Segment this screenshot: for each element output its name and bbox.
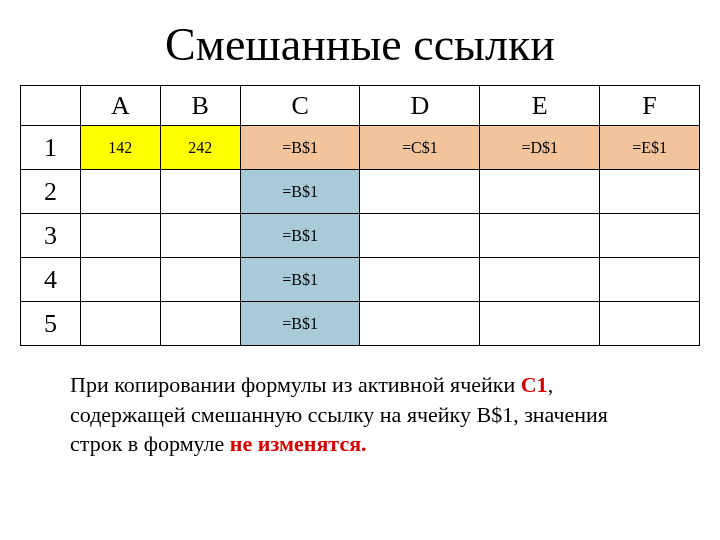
cell-e5	[480, 302, 600, 346]
caption-highlight-cell: С1	[521, 372, 548, 397]
spreadsheet-table: A B C D E F 1 142 242 =B$1 =C$1 =D$1 =E$…	[20, 85, 700, 346]
cell-d3	[360, 214, 480, 258]
cell-f3	[600, 214, 700, 258]
cell-b5	[160, 302, 240, 346]
cell-a3	[80, 214, 160, 258]
table-row: 5 =B$1	[21, 302, 700, 346]
row-label-2: 2	[21, 170, 81, 214]
table-header-row: A B C D E F	[21, 86, 700, 126]
cell-e2	[480, 170, 600, 214]
cell-a1: 142	[80, 126, 160, 170]
cell-a5	[80, 302, 160, 346]
cell-b3	[160, 214, 240, 258]
cell-a4	[80, 258, 160, 302]
cell-c1: =B$1	[240, 126, 360, 170]
cell-d2	[360, 170, 480, 214]
col-header-c: C	[240, 86, 360, 126]
cell-c2: =B$1	[240, 170, 360, 214]
caption-line-1c: ,	[548, 372, 554, 397]
caption-text: При копировании формулы из активной ячей…	[70, 370, 670, 459]
caption-line-3a: строк в формуле	[70, 431, 230, 456]
row-label-3: 3	[21, 214, 81, 258]
col-header-d: D	[360, 86, 480, 126]
row-label-4: 4	[21, 258, 81, 302]
caption-line-1a: При копировании формулы из активной ячей…	[70, 372, 521, 397]
row-label-1: 1	[21, 126, 81, 170]
col-header-f: F	[600, 86, 700, 126]
cell-d5	[360, 302, 480, 346]
cell-d1: =C$1	[360, 126, 480, 170]
col-header-corner	[21, 86, 81, 126]
row-label-5: 5	[21, 302, 81, 346]
table-row: 4 =B$1	[21, 258, 700, 302]
table-row: 2 =B$1	[21, 170, 700, 214]
cell-c4: =B$1	[240, 258, 360, 302]
cell-e3	[480, 214, 600, 258]
cell-c3: =B$1	[240, 214, 360, 258]
cell-b2	[160, 170, 240, 214]
col-header-e: E	[480, 86, 600, 126]
page-title: Смешанные ссылки	[20, 18, 700, 71]
table-row: 3 =B$1	[21, 214, 700, 258]
cell-b4	[160, 258, 240, 302]
cell-c5: =B$1	[240, 302, 360, 346]
cell-f4	[600, 258, 700, 302]
cell-e4	[480, 258, 600, 302]
cell-f5	[600, 302, 700, 346]
slide: Смешанные ссылки A B C D E F 1 142 242 =…	[0, 0, 720, 540]
cell-a2	[80, 170, 160, 214]
caption-highlight-phrase: не изменятся.	[230, 431, 367, 456]
table-row: 1 142 242 =B$1 =C$1 =D$1 =E$1	[21, 126, 700, 170]
cell-e1: =D$1	[480, 126, 600, 170]
col-header-b: B	[160, 86, 240, 126]
cell-f2	[600, 170, 700, 214]
col-header-a: A	[80, 86, 160, 126]
cell-d4	[360, 258, 480, 302]
caption-line-2: содержащей смешанную ссылку на ячейку B$…	[70, 402, 608, 427]
cell-f1: =E$1	[600, 126, 700, 170]
cell-b1: 242	[160, 126, 240, 170]
